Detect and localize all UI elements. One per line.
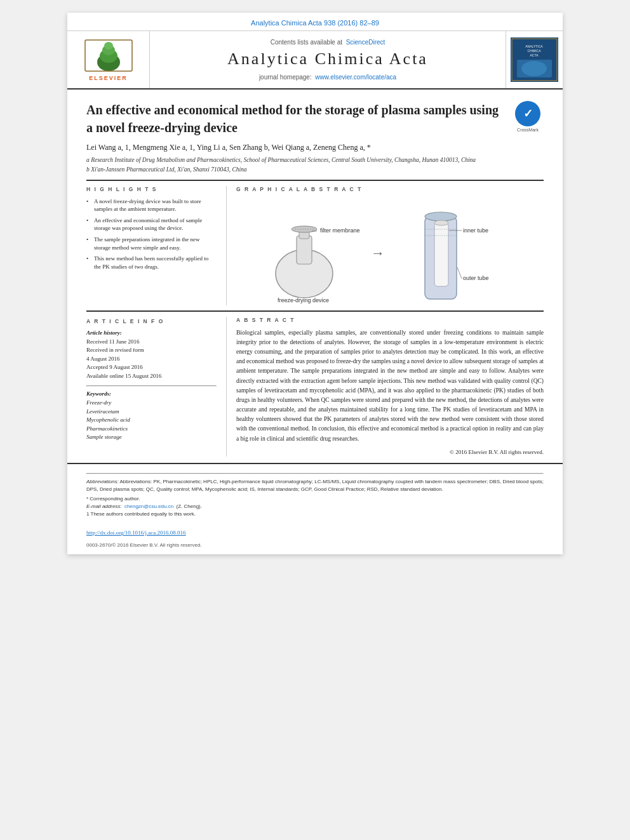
- svg-point-12: [521, 61, 547, 76]
- journal-ref-link[interactable]: Analytica Chimica Acta 938 (2016) 82–89: [251, 19, 379, 27]
- section-divider-top: [86, 180, 544, 181]
- device-illustration: filter membrane freeze-drying device →: [236, 197, 544, 305]
- crossmark-badge[interactable]: ✓ CrossMark: [512, 101, 544, 132]
- copyright-notice: © 2016 Elsevier B.V. All rights reserved…: [236, 448, 544, 457]
- highlights-heading: H I G H L I G H T S: [86, 186, 217, 192]
- crossmark-label: CrossMark: [517, 128, 539, 132]
- homepage-link[interactable]: www.elsevier.com/locate/aca: [315, 74, 396, 81]
- keyword-4: Pharmacokinetics: [86, 425, 217, 434]
- journal-cover-placeholder: ANALYTICA CHIMICA ACTA: [511, 37, 558, 82]
- received-revised-label: Received in revised form: [86, 346, 217, 355]
- elsevier-brand-label: ELSEVIER: [89, 75, 128, 81]
- affiliation-b: b Xi'an-Janssen Pharmaceutical Ltd, Xi'a…: [86, 166, 544, 174]
- doi-link[interactable]: http://dx.doi.org/10.1016/j.aca.2016.08.…: [86, 530, 186, 536]
- revised-date: 4 August 2016: [86, 355, 217, 364]
- svg-point-22: [425, 212, 457, 221]
- affiliations: a Research Institute of Drug Metabolism …: [86, 156, 544, 175]
- keyword-1: Freeze-dry: [86, 399, 217, 408]
- elsevier-logo-section: ELSEVIER: [67, 31, 150, 88]
- svg-point-4: [104, 42, 113, 50]
- available-online-date: Available online 15 August 2016: [86, 372, 217, 381]
- abstract-body: Biological samples, especially plasma sa…: [236, 330, 544, 442]
- article-title: An effective and economical method for t…: [86, 101, 506, 137]
- corresponding-footnote: * Corresponding author.: [86, 495, 544, 503]
- sciencedirect-link[interactable]: ScienceDirect: [346, 39, 385, 46]
- email-name: (Z. Cheng).: [177, 503, 202, 509]
- info-abstract-section: A R T I C L E I N F O Article history: R…: [86, 317, 544, 457]
- abbreviations-text: Abbreviations: PK, Pharmacokinetic; HPLC…: [86, 479, 544, 492]
- authors-line: Lei Wang a, 1, Mengmeng Xie a, 1, Ying L…: [86, 143, 544, 152]
- corresponding-marker: * Corresponding author.: [86, 496, 140, 502]
- elsevier-tree-icon: [83, 38, 134, 73]
- svg-rect-21: [434, 223, 448, 286]
- highlights-column: H I G H L I G H T S A novel freeze-dryin…: [86, 186, 226, 305]
- footer-section: Abbreviations: Abbreviations: PK, Pharma…: [67, 463, 563, 523]
- journal-cover-image: ANALYTICA CHIMICA ACTA: [506, 31, 563, 88]
- journal-title: Analytica Chimica Acta: [227, 50, 428, 69]
- svg-rect-14: [297, 236, 312, 264]
- journal-header: ELSEVIER Contents lists available at Sci…: [67, 31, 563, 90]
- email-label: E-mail address:: [86, 503, 122, 509]
- article-title-section: An effective and economical method for t…: [86, 101, 544, 137]
- email-footnote: E-mail address: chengzn@csu.edu.cn (Z. C…: [86, 503, 544, 510]
- article-history-label: Article history:: [86, 330, 217, 336]
- crossmark-icon: ✓: [515, 101, 540, 126]
- filter-membrane-label: filter membrane: [320, 227, 360, 234]
- equal-contrib-footnote: 1 These authors contributed equally to t…: [86, 510, 544, 518]
- section-divider-middle: [86, 310, 544, 312]
- article-info-column: A R T I C L E I N F O Article history: R…: [86, 318, 226, 457]
- svg-text:→: →: [371, 245, 385, 261]
- keyword-3: Mycophenolic acid: [86, 416, 217, 425]
- svg-line-29: [457, 267, 462, 279]
- journal-center-info: Contents lists available at ScienceDirec…: [150, 31, 506, 88]
- highlights-list: A novel freeze-drying device was built t…: [86, 197, 217, 271]
- svg-text:CHIMICA: CHIMICA: [527, 49, 541, 53]
- info-divider: [86, 385, 217, 387]
- keywords-label: Keywords:: [86, 390, 217, 397]
- article-history-dates: Received 11 June 2016 Received in revise…: [86, 338, 217, 381]
- keyword-5: Sample storage: [86, 433, 217, 442]
- highlight-item-1: A novel freeze-drying device was built t…: [86, 197, 217, 213]
- highlights-graphical-section: H I G H L I G H T S A novel freeze-dryin…: [86, 186, 544, 305]
- abstract-text: Biological samples, especially plasma sa…: [236, 328, 544, 457]
- abstract-column: A B S T R A C T Biological samples, espe…: [226, 317, 544, 457]
- footnote-rule: [86, 473, 544, 474]
- graphical-abstract-heading: G R A P H I C A L A B S T R A C T: [236, 186, 544, 192]
- abbreviations-footnote: Abbreviations: Abbreviations: PK, Pharma…: [86, 478, 544, 493]
- received-date: Received 11 June 2016: [86, 338, 217, 347]
- affiliation-a: a Research Institute of Drug Metabolism …: [86, 156, 544, 164]
- graphical-abstract-column: G R A P H I C A L A B S T R A C T: [226, 186, 544, 305]
- highlight-item-4: This new method has been successfully ap…: [86, 255, 217, 270]
- email-link[interactable]: chengzn@csu.edu.cn: [124, 503, 173, 509]
- svg-text:outer tube: outer tube: [463, 275, 489, 281]
- svg-text:ANALYTICA: ANALYTICA: [525, 44, 543, 48]
- highlight-item-2: An effective and economical method of sa…: [86, 217, 217, 232]
- page: Analytica Chimica Acta 938 (2016) 82–89 …: [67, 13, 563, 554]
- article-info-heading: A R T I C L E I N F O: [86, 318, 217, 324]
- journal-homepage: journal homepage: www.elsevier.com/locat…: [259, 74, 396, 81]
- doi-section: http://dx.doi.org/10.1016/j.aca.2016.08.…: [67, 523, 563, 542]
- svg-text:inner tube: inner tube: [463, 227, 488, 234]
- abstract-heading: A B S T R A C T: [236, 317, 544, 323]
- abbreviations-label: Abbreviations:: [86, 479, 119, 484]
- article-body: An effective and economical method for t…: [67, 90, 563, 463]
- issn-line: 0003-2670/© 2016 Elsevier B.V. All right…: [67, 542, 563, 554]
- accepted-date: Accepted 9 August 2016: [86, 363, 217, 372]
- freeze-drying-device-label: freeze-drying device: [278, 297, 329, 303]
- journal-reference-bar: Analytica Chimica Acta 938 (2016) 82–89: [67, 13, 563, 31]
- svg-text:ACTA: ACTA: [530, 53, 539, 57]
- keywords-section: Keywords: Freeze-dry Levetiracetam Mycop…: [86, 390, 217, 442]
- svg-point-23: [434, 220, 448, 225]
- keyword-2: Levetiracetam: [86, 408, 217, 417]
- contents-line: Contents lists available at ScienceDirec…: [271, 39, 385, 46]
- highlight-item-3: The sample preparations integrated in th…: [86, 236, 217, 251]
